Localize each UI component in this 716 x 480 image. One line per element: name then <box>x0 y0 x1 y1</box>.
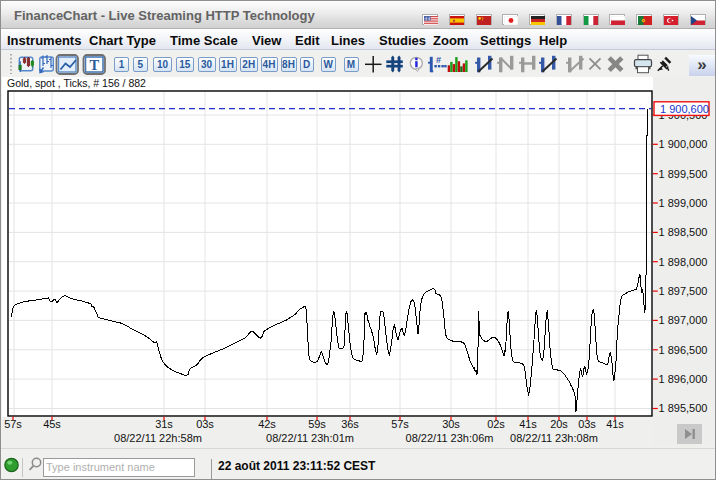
svg-text:57s: 57s <box>391 418 409 430</box>
svg-text:1 900,600: 1 900,600 <box>660 103 709 115</box>
svg-text:1 900,000: 1 900,000 <box>659 138 708 150</box>
svg-text:1 899,000: 1 899,000 <box>659 197 708 209</box>
svg-text:1 898,500: 1 898,500 <box>659 226 708 238</box>
svg-text:08/22/11 22h:58m: 08/22/11 22h:58m <box>114 432 202 444</box>
svg-text:1 897,500: 1 897,500 <box>659 285 708 297</box>
svg-text:1 898,000: 1 898,000 <box>659 256 708 268</box>
svg-text:1 896,000: 1 896,000 <box>659 373 708 385</box>
svg-text:45s: 45s <box>43 418 61 430</box>
svg-text:30s: 30s <box>442 418 460 430</box>
svg-text:1 895,500: 1 895,500 <box>659 402 708 414</box>
svg-text:36s: 36s <box>341 418 359 430</box>
svg-text:08/22/11 23h:01m: 08/22/11 23h:01m <box>266 432 354 444</box>
svg-text:1 899,500: 1 899,500 <box>659 168 708 180</box>
svg-text:31s: 31s <box>155 418 173 430</box>
svg-text:03s: 03s <box>196 418 214 430</box>
svg-text:59s: 59s <box>308 418 326 430</box>
svg-text:20s: 20s <box>550 418 568 430</box>
svg-text:02s: 02s <box>487 418 505 430</box>
svg-text:08/22/11 23h:06m: 08/22/11 23h:06m <box>406 432 494 444</box>
svg-text:41s: 41s <box>519 418 537 430</box>
svg-text:41s: 41s <box>606 418 624 430</box>
svg-text:1 897,000: 1 897,000 <box>659 314 708 326</box>
svg-text:08/22/11 23h:08m: 08/22/11 23h:08m <box>510 432 598 444</box>
svg-text:1 896,500: 1 896,500 <box>659 344 708 356</box>
svg-text:57s: 57s <box>4 418 22 430</box>
svg-text:03s: 03s <box>578 418 596 430</box>
svg-text:42s: 42s <box>258 418 276 430</box>
